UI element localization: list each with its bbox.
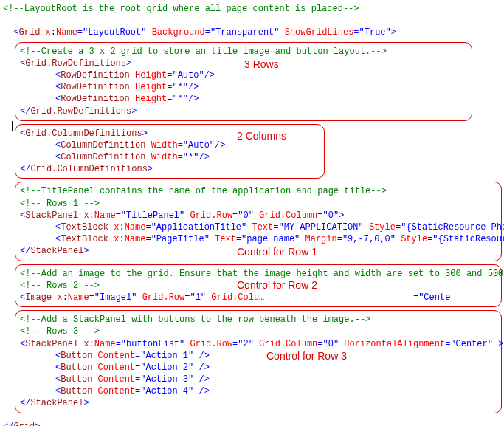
annotation-box-row1: Control for Row 1 <!--TitlePanel contain… — [15, 182, 502, 261]
attr-background: Background — [146, 27, 204, 38]
stackpanel-buttons-close[interactable]: </StackPanel> — [20, 397, 497, 409]
annotation-box-rows: 3 Rows <!--Create a 3 x 2 grid to store … — [15, 42, 472, 121]
rowdef-2[interactable]: <RowDefinition Height="*"/> — [20, 81, 467, 93]
rowdef-3[interactable]: <RowDefinition Height="*"/> — [20, 93, 467, 105]
comment-grid-3x2: <!--Create a 3 x 2 grid to store an titl… — [20, 46, 467, 58]
angle-bracket: </ — [3, 422, 13, 426]
button-3[interactable]: <Button Content="Action 3" /> — [20, 374, 497, 385]
comment-add-stackpanel: <!--Add a StackPanel with buttons to the… — [20, 314, 497, 326]
text-caret — [12, 121, 13, 131]
attr-val: "Transparent" — [210, 27, 280, 38]
grid-open[interactable]: <Grid x:Name="LayoutRoot" Background="Tr… — [3, 15, 501, 38]
comment-rows3: <!-- Rows 3 --> — [20, 326, 497, 337]
comment-layoutroot: <!--LayoutRoot is the root grid where al… — [3, 3, 501, 15]
coldef-2[interactable]: <ColumnDefinition Width="*"/> — [20, 151, 320, 163]
stackpanel-title-open[interactable]: <StackPanel x:Name="TitlePanel" Grid.Row… — [20, 210, 497, 221]
textblock-apptitle[interactable]: <TextBlock x:Name="ApplicationTitle" Tex… — [20, 221, 497, 233]
textblock-pagetitle[interactable]: <TextBlock x:Name="PageTitle" Text="page… — [20, 233, 497, 245]
annotation-box-cols: 2 Columns <Grid.ColumnDefinitions> <Colu… — [15, 124, 325, 179]
grid-close[interactable]: </Grid> — [3, 421, 501, 426]
rowdefs-close[interactable]: </Grid.RowDefinitions> — [20, 106, 467, 117]
equals: = — [205, 27, 210, 38]
annotation-box-row3: Control for Row 3 <!--Add a StackPanel w… — [15, 310, 502, 413]
equals: = — [353, 27, 359, 38]
attr-val: "True" — [359, 27, 391, 38]
button-1[interactable]: <Button Content="Action 1" /> — [20, 350, 497, 362]
angle-bracket: > — [391, 27, 396, 38]
label-2-columns: 2 Columns — [237, 129, 286, 143]
angle-bracket: < — [13, 27, 18, 38]
stackpanel-buttons-open[interactable]: <StackPanel x:Name="buttonList" Grid.Row… — [20, 338, 497, 350]
tag-grid: Grid — [19, 27, 41, 38]
attr-x: x — [40, 27, 50, 38]
label-3-rows: 3 Rows — [244, 58, 279, 72]
label-control-row2: Control for Row 2 — [237, 278, 317, 292]
comment-titlepanel: <!--TitlePanel contains the name of the … — [20, 185, 497, 197]
coldefs-close[interactable]: </Grid.ColumnDefinitions> — [20, 163, 320, 175]
equals: = — [77, 27, 83, 38]
attr-showgridlines: ShowGridLines — [280, 27, 354, 38]
button-2[interactable]: <Button Content="Action 2" /> — [20, 362, 497, 374]
attr-val: "LayoutRoot" — [83, 27, 146, 38]
annotation-box-row2: Control for Row 2 <!--Add an image to th… — [15, 264, 502, 308]
image-element[interactable]: <Image x:Name="Image1" Grid.Row="1" Grid… — [20, 292, 497, 303]
tag-grid: Grid — [13, 422, 35, 426]
attr-name: Name — [56, 27, 77, 38]
rowdef-1[interactable]: <RowDefinition Height="Auto"/> — [20, 69, 467, 81]
colon: : — [51, 27, 56, 38]
rowdefs-open[interactable]: <Grid.RowDefinitions> — [20, 58, 467, 69]
comment-rows1: <!-- Rows 1 --> — [20, 198, 497, 210]
label-control-row1: Control for Row 1 — [237, 245, 317, 259]
label-control-row3: Control for Row 3 — [266, 349, 347, 363]
button-4[interactable]: <Button Content="Action 4" /> — [20, 385, 497, 397]
angle-bracket: > — [35, 422, 40, 426]
